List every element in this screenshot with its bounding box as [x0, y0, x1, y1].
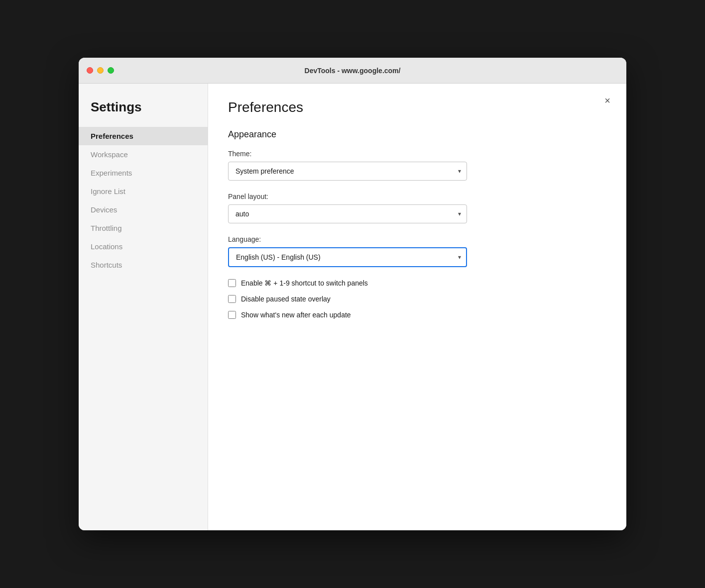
sidebar-item-shortcuts[interactable]: Shortcuts [79, 256, 208, 274]
titlebar: DevTools - www.google.com/ [79, 58, 626, 84]
panel-layout-label: Panel layout: [228, 193, 606, 200]
sidebar-item-devices[interactable]: Devices [79, 200, 208, 219]
devtools-window: DevTools - www.google.com/ Settings Pref… [79, 58, 626, 530]
sidebar-item-ignore-list[interactable]: Ignore List [79, 182, 208, 200]
panel-layout-select[interactable]: auto horizontal vertical [228, 204, 467, 223]
sidebar-item-experiments[interactable]: Experiments [79, 164, 208, 182]
language-select-wrapper: English (US) - English (US) ▾ [228, 247, 467, 267]
maximize-traffic-light[interactable] [108, 67, 114, 74]
theme-select[interactable]: System preference Light Dark [228, 162, 467, 181]
cmd-shortcut-checkbox-item[interactable]: Enable ⌘ + 1-9 shortcut to switch panels [228, 279, 606, 287]
cmd-shortcut-checkbox[interactable] [228, 279, 236, 287]
theme-field-group: Theme: System preference Light Dark ▾ [228, 150, 606, 181]
show-new-checkbox-item[interactable]: Show what's new after each update [228, 311, 606, 319]
appearance-section-title: Appearance [228, 129, 606, 140]
sidebar-item-preferences[interactable]: Preferences [79, 127, 208, 145]
show-new-label: Show what's new after each update [241, 311, 351, 319]
page-title: Preferences [228, 99, 606, 115]
close-traffic-light[interactable] [87, 67, 93, 74]
sidebar: Settings Preferences Workspace Experimen… [79, 84, 208, 530]
content-area: Settings Preferences Workspace Experimen… [79, 84, 626, 530]
cmd-shortcut-label: Enable ⌘ + 1-9 shortcut to switch panels [241, 279, 368, 287]
sidebar-item-locations[interactable]: Locations [79, 237, 208, 256]
disable-overlay-checkbox-item[interactable]: Disable paused state overlay [228, 295, 606, 303]
main-content: × Preferences Appearance Theme: System p… [208, 84, 626, 530]
close-button[interactable]: × [600, 94, 614, 107]
theme-select-wrapper: System preference Light Dark ▾ [228, 162, 467, 181]
theme-label: Theme: [228, 150, 606, 158]
checkbox-group: Enable ⌘ + 1-9 shortcut to switch panels… [228, 279, 606, 319]
sidebar-item-throttling[interactable]: Throttling [79, 219, 208, 237]
language-label: Language: [228, 235, 606, 243]
settings-title: Settings [79, 99, 208, 127]
language-field-group: Language: English (US) - English (US) ▾ [228, 235, 606, 267]
traffic-lights [87, 67, 114, 74]
language-select[interactable]: English (US) - English (US) [228, 247, 467, 267]
sidebar-item-workspace[interactable]: Workspace [79, 145, 208, 164]
disable-overlay-label: Disable paused state overlay [241, 295, 331, 303]
panel-layout-select-wrapper: auto horizontal vertical ▾ [228, 204, 467, 223]
minimize-traffic-light[interactable] [97, 67, 104, 74]
disable-overlay-checkbox[interactable] [228, 295, 236, 303]
show-new-checkbox[interactable] [228, 311, 236, 319]
titlebar-title: DevTools - www.google.com/ [305, 67, 401, 75]
panel-layout-field-group: Panel layout: auto horizontal vertical ▾ [228, 193, 606, 223]
